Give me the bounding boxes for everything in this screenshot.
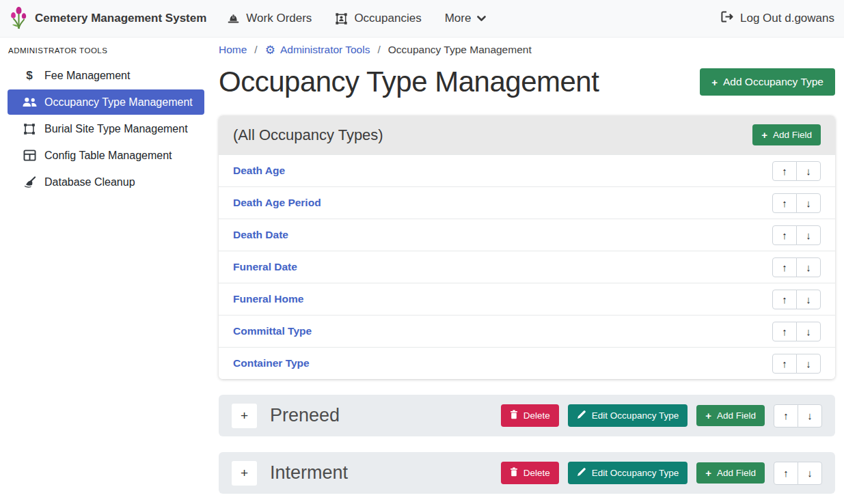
move-down-button[interactable]: ↓ <box>796 193 821 213</box>
nav-item-label: Work Orders <box>246 12 312 25</box>
reorder-controls: ↑ ↓ <box>772 225 821 245</box>
move-down-button[interactable]: ↓ <box>796 354 821 374</box>
field-link-committal-type[interactable]: Committal Type <box>233 325 312 337</box>
move-down-button[interactable]: ↓ <box>798 404 822 428</box>
move-up-button[interactable]: ↑ <box>772 225 797 245</box>
breadcrumb-home-link[interactable]: Home <box>219 44 247 56</box>
section-controls: Delete Edit Occupancy Type + Add Field ↑ <box>501 404 822 428</box>
arrow-down-icon: ↓ <box>807 467 813 479</box>
nav-item-occupancies[interactable]: Occupancies <box>335 12 421 25</box>
title-row: Occupancy Type Management + Add Occupanc… <box>219 66 835 98</box>
field-row: Death Age Period ↑ ↓ <box>219 186 835 219</box>
add-occupancy-type-button[interactable]: + Add Occupancy Type <box>700 68 835 96</box>
delete-button[interactable]: Delete <box>501 404 559 427</box>
breadcrumb-separator: / <box>254 44 257 56</box>
breadcrumb-current: Occupancy Type Management <box>388 44 532 56</box>
expand-button[interactable]: + <box>232 404 257 428</box>
move-up-button[interactable]: ↑ <box>772 193 797 213</box>
card-header: (All Occupancy Types) + Add Field <box>219 115 835 154</box>
pencil-icon <box>577 410 586 421</box>
delete-button[interactable]: Delete <box>501 462 559 484</box>
add-field-button[interactable]: + Add Field <box>752 124 821 145</box>
reorder-controls: ↑ ↓ <box>772 193 821 213</box>
arrow-down-icon: ↓ <box>806 197 811 209</box>
logout-button[interactable]: Log Out d.gowans <box>721 11 834 26</box>
move-down-button[interactable]: ↓ <box>796 225 821 245</box>
reorder-controls: ↑ ↓ <box>772 257 821 277</box>
field-link-funeral-home[interactable]: Funeral Home <box>233 293 303 305</box>
sidebar-header: ADMINISTRATOR TOOLS <box>0 44 212 61</box>
plus-icon: + <box>705 468 711 478</box>
plus-icon: + <box>241 466 248 481</box>
arrow-down-icon: ↓ <box>806 165 811 177</box>
move-up-button[interactable]: ↑ <box>772 257 797 277</box>
move-down-button[interactable]: ↓ <box>796 161 821 181</box>
trash-icon <box>510 410 518 421</box>
add-field-button[interactable]: + Add Field <box>696 405 765 426</box>
reorder-controls: ↑ ↓ <box>774 404 822 428</box>
field-row: Container Type ↑ ↓ <box>219 347 835 379</box>
field-link-funeral-date[interactable]: Funeral Date <box>233 261 297 273</box>
expand-button[interactable]: + <box>232 461 257 486</box>
pencil-icon <box>577 467 586 479</box>
tulip-logo-icon <box>10 5 28 33</box>
arrow-down-icon: ↓ <box>806 262 811 273</box>
move-up-button[interactable]: ↑ <box>774 404 798 428</box>
nav-item-work-orders[interactable]: Work Orders <box>227 12 312 25</box>
edit-occupancy-type-button[interactable]: Edit Occupancy Type <box>568 462 688 484</box>
field-row: Funeral Home ↑ ↓ <box>219 283 835 315</box>
move-down-button[interactable]: ↓ <box>796 322 821 341</box>
field-link-container-type[interactable]: Container Type <box>233 357 310 369</box>
nav-links: Work Orders Occupancies M <box>227 12 486 25</box>
brand-title: Cemetery Management System <box>35 12 206 25</box>
field-link-death-age[interactable]: Death Age <box>233 165 285 177</box>
move-down-button[interactable]: ↓ <box>796 257 821 277</box>
sidebar-item-config-table-management[interactable]: Config Table Management <box>8 143 204 168</box>
section-controls: Delete Edit Occupancy Type + Add Field ↑ <box>501 462 822 485</box>
sidebar-item-burial-site-type-management[interactable]: Burial Site Type Management <box>8 116 204 141</box>
field-link-death-date[interactable]: Death Date <box>233 229 288 241</box>
sidebar-item-label: Burial Site Type Management <box>44 123 188 135</box>
move-up-button[interactable]: ↑ <box>772 161 797 181</box>
field-link-death-age-period[interactable]: Death Age Period <box>233 197 321 209</box>
sidebar-item-label: Database Cleanup <box>44 176 135 188</box>
breadcrumb-separator: / <box>377 44 380 56</box>
arrow-down-icon: ↓ <box>807 410 813 421</box>
reorder-controls: ↑ ↓ <box>774 462 822 485</box>
breadcrumb-admin-tools-link[interactable]: ⚙ Administrator Tools <box>265 44 370 56</box>
move-down-button[interactable]: ↓ <box>798 462 822 485</box>
breadcrumb: Home / ⚙ Administrator Tools / Occupancy… <box>219 38 835 56</box>
main-content: Home / ⚙ Administrator Tools / Occupancy… <box>219 38 835 494</box>
move-up-button[interactable]: ↑ <box>774 462 798 485</box>
section-title: Preneed <box>270 405 340 426</box>
arrow-up-icon: ↑ <box>782 326 787 337</box>
dollar-icon: $ <box>21 69 38 83</box>
trash-icon <box>510 467 518 479</box>
section-bar-interment: + Interment Delete <box>219 452 835 494</box>
add-field-button[interactable]: + Add Field <box>696 462 765 484</box>
edit-occupancy-type-button[interactable]: Edit Occupancy Type <box>568 404 688 427</box>
move-down-button[interactable]: ↓ <box>796 290 821 309</box>
arrow-up-icon: ↑ <box>782 294 787 305</box>
arrow-down-icon: ↓ <box>806 229 811 241</box>
nav-item-label: More <box>445 12 472 25</box>
move-up-button[interactable]: ↑ <box>772 354 797 374</box>
arrow-down-icon: ↓ <box>806 294 811 305</box>
arrow-up-icon: ↑ <box>782 358 787 369</box>
logout-label: Log Out d.gowans <box>740 12 834 25</box>
section-title: Interment <box>270 462 348 484</box>
nav-item-more[interactable]: More <box>445 12 487 25</box>
plus-icon: + <box>711 77 718 87</box>
table-icon <box>21 150 38 161</box>
arrow-up-icon: ↑ <box>783 467 789 479</box>
card-title: (All Occupancy Types) <box>233 126 383 144</box>
brand[interactable]: Cemetery Management System <box>10 5 206 33</box>
sidebar-item-fee-management[interactable]: $ Fee Management <box>8 63 204 88</box>
sidebar-item-occupancy-type-management[interactable]: Occupancy Type Management <box>8 89 204 115</box>
move-up-button[interactable]: ↑ <box>772 322 797 341</box>
move-up-button[interactable]: ↑ <box>772 290 797 309</box>
sidebar-item-database-cleanup[interactable]: Database Cleanup <box>8 169 204 195</box>
reorder-controls: ↑ ↓ <box>772 322 821 341</box>
reorder-controls: ↑ ↓ <box>772 161 821 181</box>
field-row: Death Age ↑ ↓ <box>219 154 835 186</box>
